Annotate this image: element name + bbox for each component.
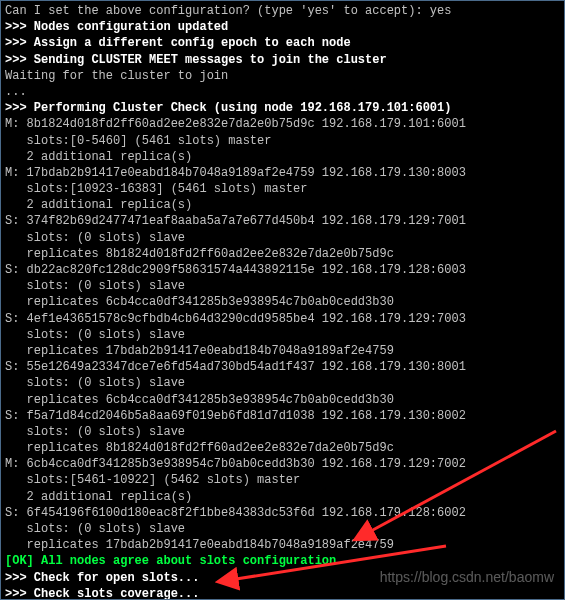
terminal-line: S: 55e12649a23347dce7e6fd54ad730bd54ad1f… — [5, 359, 560, 375]
terminal-line: S: db22ac820fc128dc2909f58631574a4438921… — [5, 262, 560, 278]
terminal-line: Can I set the above configuration? (type… — [5, 3, 560, 19]
terminal-line: S: 374f82b69d2477471eaf8aaba5a7a7e677d45… — [5, 213, 560, 229]
terminal-line: S: 6f454196f6100d180eac8f2f1bbe84383dc53… — [5, 505, 560, 521]
terminal-line: M: 17bdab2b91417e0eabd184b7048a9189af2e4… — [5, 165, 560, 181]
terminal-line: replicates 17bdab2b91417e0eabd184b7048a9… — [5, 537, 560, 553]
terminal-output: Can I set the above configuration? (type… — [1, 1, 564, 600]
terminal-line: >>> Sending CLUSTER MEET messages to joi… — [5, 52, 560, 68]
terminal-line: 2 additional replica(s) — [5, 489, 560, 505]
terminal-line: >>> Assign a different config epoch to e… — [5, 35, 560, 51]
terminal-line: slots: (0 slots) slave — [5, 278, 560, 294]
terminal-line: replicates 17bdab2b91417e0eabd184b7048a9… — [5, 343, 560, 359]
terminal-line: >>> Check slots coverage... — [5, 586, 560, 600]
terminal-line: slots: (0 slots) slave — [5, 327, 560, 343]
terminal-line: slots: (0 slots) slave — [5, 424, 560, 440]
terminal-line: S: f5a71d84cd2046b5a8aa69f019eb6fd81d7d1… — [5, 408, 560, 424]
terminal-line: Waiting for the cluster to join — [5, 68, 560, 84]
terminal-line: slots:[5461-10922] (5462 slots) master — [5, 472, 560, 488]
terminal-line: [OK] All nodes agree about slots configu… — [5, 553, 560, 569]
terminal-line: slots:[0-5460] (5461 slots) master — [5, 133, 560, 149]
terminal-line: slots:[10923-16383] (5461 slots) master — [5, 181, 560, 197]
terminal-line: ... — [5, 84, 560, 100]
terminal-line: slots: (0 slots) slave — [5, 521, 560, 537]
terminal-line: S: 4ef1e43651578c9cfbdb4cb64d3290cdd9585… — [5, 311, 560, 327]
terminal-line: 2 additional replica(s) — [5, 149, 560, 165]
terminal-line: 2 additional replica(s) — [5, 197, 560, 213]
terminal-line: replicates 6cb4cca0df341285b3e938954c7b0… — [5, 294, 560, 310]
terminal-line: >>> Nodes configuration updated — [5, 19, 560, 35]
terminal-line: >>> Check for open slots... — [5, 570, 560, 586]
terminal-line: M: 8b1824d018fd2ff60ad2ee2e832e7da2e0b75… — [5, 116, 560, 132]
terminal-line: >>> Performing Cluster Check (using node… — [5, 100, 560, 116]
terminal-line: slots: (0 slots) slave — [5, 230, 560, 246]
terminal-line: replicates 8b1824d018fd2ff60ad2ee2e832e7… — [5, 246, 560, 262]
terminal-line: replicates 8b1824d018fd2ff60ad2ee2e832e7… — [5, 440, 560, 456]
terminal-line: slots: (0 slots) slave — [5, 375, 560, 391]
terminal-line: replicates 6cb4cca0df341285b3e938954c7b0… — [5, 392, 560, 408]
terminal-line: M: 6cb4cca0df341285b3e938954c7b0ab0cedd3… — [5, 456, 560, 472]
